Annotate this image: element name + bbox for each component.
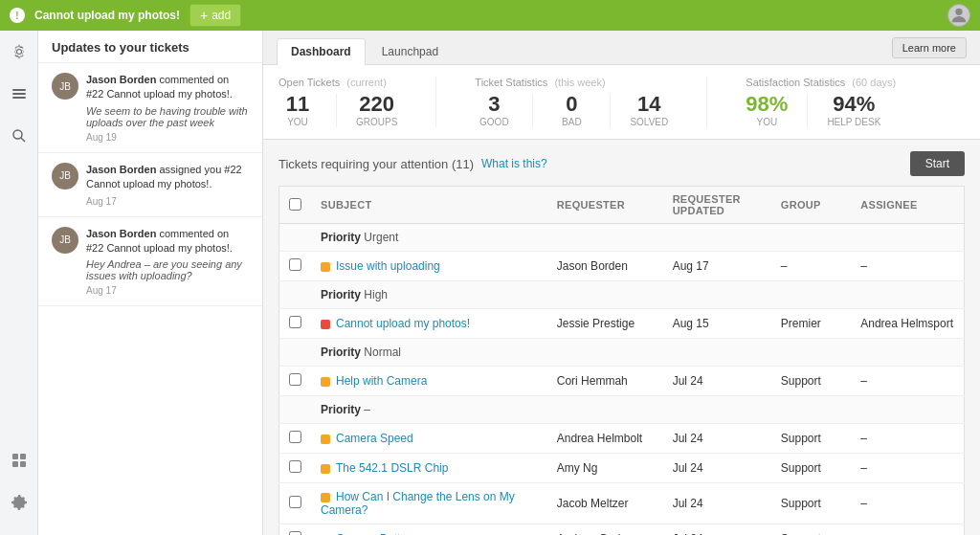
- updated-cell: Jul 24: [663, 483, 771, 524]
- add-button[interactable]: add: [189, 4, 241, 27]
- tickets-title: Tickets requiring your attention (11): [278, 157, 474, 171]
- group-cell: Support: [771, 424, 851, 454]
- stat-you: 11 YOU: [278, 94, 317, 127]
- subject-cell: Help with Camera: [311, 367, 547, 396]
- updated-cell: Jul 24: [663, 424, 771, 454]
- priority-row: Priority –: [279, 396, 965, 424]
- tickets-header: Tickets requiring your attention (11) Wh…: [278, 151, 965, 176]
- row-checkbox[interactable]: [289, 373, 301, 386]
- layout: Updates to your tickets JB Jason Borden …: [0, 31, 980, 535]
- priority-dot: [321, 262, 330, 272]
- group-cell: Support: [771, 367, 851, 396]
- table-row: Cannot upload my photos! Jessie Prestige…: [279, 309, 965, 339]
- row-checkbox[interactable]: [289, 258, 301, 271]
- row-checkbox[interactable]: [289, 316, 301, 328]
- tickets-table: SUBJECT REQUESTER REQUESTER UPDATED GROU…: [278, 186, 965, 535]
- ticket-link[interactable]: How Can I Change the Lens on My Camera?: [321, 490, 515, 517]
- table-row: How Can I Change the Lens on My Camera? …: [279, 483, 965, 524]
- priority-row: Priority High: [279, 281, 965, 309]
- stat-separator: [336, 94, 337, 127]
- updated-cell: Aug 17: [663, 252, 771, 281]
- col-checkbox: [279, 187, 312, 224]
- left-panel: Updates to your tickets JB Jason Borden …: [38, 31, 263, 535]
- table-row: The 542.1 DSLR Chip Amy Ng Jul 24 Suppor…: [279, 454, 965, 483]
- priority-dot: [321, 435, 330, 444]
- row-checkbox[interactable]: [289, 431, 301, 443]
- what-is-this-link[interactable]: What is this?: [481, 157, 547, 170]
- left-panel-header: Updates to your tickets: [38, 31, 262, 63]
- topbar: Cannot upload my photos! add: [0, 0, 980, 31]
- requester-cell: Jason Borden: [547, 252, 663, 281]
- stat-groups: 220 GROUPS: [356, 94, 397, 127]
- ticket-link[interactable]: Cannot upload my photos!: [336, 317, 470, 330]
- satisfaction-statistics-stat: Satisfaction Statistics (60 days) 98% YO…: [746, 77, 896, 127]
- row-checkbox[interactable]: [289, 496, 301, 508]
- update-text: Jason Borden commented on #22 Cannot upl…: [86, 73, 249, 102]
- subject-cell: Cannot upload my photos!: [311, 309, 547, 339]
- update-user: Jason Borden: [86, 74, 156, 85]
- col-updated-header: REQUESTER UPDATED: [663, 187, 771, 224]
- update-content: Jason Borden commented on #22 Cannot upl…: [86, 73, 249, 143]
- start-button[interactable]: Start: [910, 151, 965, 176]
- tab-launchpad[interactable]: Launchpad: [368, 38, 453, 64]
- table-row: Issue with uploading Jason Borden Aug 17…: [279, 252, 965, 281]
- requester-cell: Amy Ng: [547, 454, 663, 483]
- svg-rect-1: [12, 89, 26, 91]
- update-avatar: JB: [52, 227, 78, 254]
- update-italic: Hey Andrea – are you seeing any issues w…: [86, 258, 249, 281]
- assignee-cell: –: [851, 424, 964, 454]
- open-tickets-stat: Open Tickets (current) 11 YOU 220 GROUPS: [278, 77, 397, 127]
- subject-cell: How Can I Change the Lens on My Camera?: [311, 483, 547, 524]
- open-tickets-title: Open Tickets (current): [278, 77, 397, 88]
- ticket-link[interactable]: Issue with uploading: [336, 259, 440, 273]
- subject-cell: Issue with uploading: [311, 252, 547, 281]
- ticket-statistics-row: 3 GOOD 0 BAD 14 SOLVED: [475, 94, 668, 127]
- update-user: Jason Borden: [86, 164, 156, 175]
- row-checkbox-cell: [279, 367, 312, 396]
- learn-more-button[interactable]: Learn more: [892, 37, 967, 58]
- requester-cell: Cori Hemmah: [547, 367, 663, 396]
- stat-good: 3 GOOD: [475, 94, 513, 127]
- avatar[interactable]: [947, 4, 970, 27]
- select-all-checkbox[interactable]: [289, 198, 301, 211]
- row-checkbox[interactable]: [289, 460, 301, 473]
- updated-cell: Jul 24: [663, 454, 771, 483]
- tab-dashboard[interactable]: Dashboard: [277, 38, 366, 65]
- updates-title: Updates to your tickets: [52, 40, 249, 55]
- table-row: Camera Speed Andrea Helmbolt Jul 24 Supp…: [279, 424, 965, 454]
- update-italic: We seem to be having trouble with upload…: [86, 105, 249, 128]
- menu-icon[interactable]: [6, 80, 33, 107]
- stat-helpdesk: 94% HELP DESK: [827, 94, 880, 127]
- assignee-cell: –: [851, 483, 964, 524]
- col-subject-header: SUBJECT: [311, 187, 547, 224]
- update-user: Jason Borden: [86, 228, 156, 239]
- open-tickets-row: 11 YOU 220 GROUPS: [278, 94, 397, 127]
- stat-group-separator: [706, 77, 707, 127]
- stat-separator: [532, 94, 533, 127]
- update-item: JB Jason Borden assigned you #22 Cannot …: [38, 153, 262, 217]
- priority-dot: [321, 377, 330, 387]
- requester-cell: Andrea Helmbolt: [547, 424, 663, 454]
- ticket-link[interactable]: Camera Speed: [336, 432, 413, 445]
- row-checkbox-cell: [279, 252, 312, 281]
- alert-icon: [10, 8, 25, 23]
- ticket-link[interactable]: Help with Camera: [336, 374, 427, 388]
- tickets-section: Tickets requiring your attention (11) Wh…: [263, 140, 980, 535]
- row-checkbox[interactable]: [289, 531, 301, 535]
- subject-cell: Camera Speed: [311, 424, 547, 454]
- main-content: Dashboard Launchpad Learn more Open Tick…: [263, 31, 980, 535]
- update-item: JB Jason Borden commented on #22 Cannot …: [38, 63, 262, 153]
- svg-line-5: [21, 138, 25, 142]
- requester-cell: Andrew Gori: [547, 524, 663, 536]
- satisfaction-row: 98% YOU 94% HELP DESK: [746, 94, 896, 127]
- requester-cell: Jessie Prestige: [547, 309, 663, 339]
- update-content: Jason Borden assigned you #22 Cannot upl…: [86, 163, 249, 207]
- group-cell: Support: [771, 524, 851, 536]
- settings-icon[interactable]: [6, 38, 33, 65]
- search-icon[interactable]: [6, 123, 33, 149]
- update-content: Jason Borden commented on #22 Cannot upl…: [86, 227, 249, 297]
- stats-area: Open Tickets (current) 11 YOU 220 GROUPS: [263, 65, 980, 140]
- ticket-link[interactable]: The 542.1 DSLR Chip: [336, 461, 448, 475]
- update-avatar: JB: [52, 163, 78, 189]
- table-header-row: SUBJECT REQUESTER REQUESTER UPDATED GROU…: [279, 187, 965, 224]
